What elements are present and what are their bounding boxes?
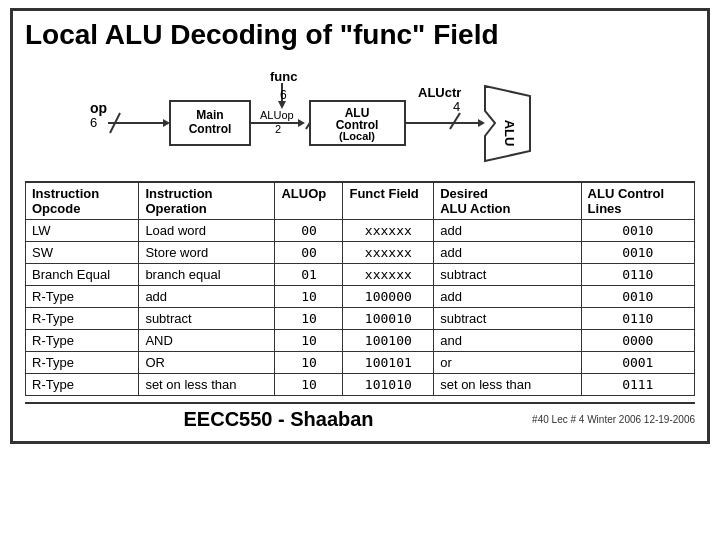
table-cell: 0010 <box>581 220 694 242</box>
data-table: InstructionOpcode InstructionOperation A… <box>25 181 695 396</box>
svg-marker-10 <box>278 101 286 109</box>
table-row: LWLoad word00xxxxxxadd0010 <box>26 220 695 242</box>
svg-text:func: func <box>270 69 297 84</box>
th-control: ALU ControlLines <box>581 182 694 220</box>
table-cell: or <box>434 352 581 374</box>
table-cell: R-Type <box>26 308 139 330</box>
table-cell: xxxxxx <box>343 242 434 264</box>
table-cell: SW <box>26 242 139 264</box>
table-row: R-Typesubtract10100010subtract0110 <box>26 308 695 330</box>
svg-marker-4 <box>163 119 170 127</box>
table-cell: 0010 <box>581 242 694 264</box>
table-cell: 0000 <box>581 330 694 352</box>
table-row: R-Typeadd10100000add0010 <box>26 286 695 308</box>
table-cell: add <box>434 286 581 308</box>
svg-text:op: op <box>90 100 107 116</box>
svg-text:Main: Main <box>196 108 223 122</box>
table-cell: add <box>434 220 581 242</box>
svg-text:6: 6 <box>280 88 287 102</box>
svg-text:Control: Control <box>189 122 232 136</box>
footer-bar: EECC550 - Shaaban #40 Lec # 4 Winter 200… <box>25 402 695 431</box>
table-cell: 100100 <box>343 330 434 352</box>
svg-text:ALUctr: ALUctr <box>418 85 461 100</box>
table-cell: R-Type <box>26 286 139 308</box>
table-cell: xxxxxx <box>343 264 434 286</box>
svg-text:ALUop: ALUop <box>260 109 294 121</box>
table-row: R-TypeOR10100101or0001 <box>26 352 695 374</box>
table-cell: R-Type <box>26 374 139 396</box>
svg-line-25 <box>450 113 460 129</box>
table-cell: 10 <box>275 330 343 352</box>
table-cell: subtract <box>434 308 581 330</box>
table-cell: subtract <box>434 264 581 286</box>
table-cell: LW <box>26 220 139 242</box>
table-row: R-TypeAND10100100and0000 <box>26 330 695 352</box>
diagram-area: op 6 Main Control func 6 ALUop 2 <box>25 61 695 171</box>
table-row: SWStore word00xxxxxxadd0010 <box>26 242 695 264</box>
table-cell: subtract <box>139 308 275 330</box>
footer-info: #40 Lec # 4 Winter 2006 12-19-2006 <box>532 414 695 425</box>
table-cell: 0111 <box>581 374 694 396</box>
table-cell: R-Type <box>26 330 139 352</box>
table-cell: 0010 <box>581 286 694 308</box>
table-row: Branch Equalbranch equal01xxxxxxsubtract… <box>26 264 695 286</box>
th-operation: InstructionOperation <box>139 182 275 220</box>
table-cell: branch equal <box>139 264 275 286</box>
table-cell: 01 <box>275 264 343 286</box>
page-title: Local ALU Decoding of "func" Field <box>25 19 695 51</box>
table-cell: set on less than <box>139 374 275 396</box>
svg-marker-12 <box>298 119 305 127</box>
main-container: Local ALU Decoding of "func" Field op 6 … <box>10 8 710 444</box>
table-cell: add <box>434 242 581 264</box>
th-opcode: InstructionOpcode <box>26 182 139 220</box>
table-cell: 10 <box>275 374 343 396</box>
table-cell: 10 <box>275 352 343 374</box>
svg-marker-24 <box>478 119 485 127</box>
table-cell: and <box>434 330 581 352</box>
table-cell: 100000 <box>343 286 434 308</box>
table-row: R-Typeset on less than10101010set on les… <box>26 374 695 396</box>
table-cell: 100101 <box>343 352 434 374</box>
table-cell: AND <box>139 330 275 352</box>
svg-text:6: 6 <box>90 115 97 130</box>
th-aluop: ALUOp <box>275 182 343 220</box>
table-cell: 0001 <box>581 352 694 374</box>
table-cell: 00 <box>275 220 343 242</box>
diagram-svg: op 6 Main Control func 6 ALUop 2 <box>50 61 670 171</box>
table-cell: 101010 <box>343 374 434 396</box>
table-cell: Store word <box>139 242 275 264</box>
th-desired: DesiredALU Action <box>434 182 581 220</box>
table-cell: 0110 <box>581 308 694 330</box>
table-cell: R-Type <box>26 352 139 374</box>
svg-text:ALU: ALU <box>502 120 517 147</box>
svg-text:2: 2 <box>275 123 281 135</box>
svg-text:(Local): (Local) <box>339 130 375 142</box>
table-cell: 0110 <box>581 264 694 286</box>
table-cell: xxxxxx <box>343 220 434 242</box>
footer-title: EECC550 - Shaaban <box>25 408 532 431</box>
table-cell: 10 <box>275 308 343 330</box>
th-funct: Funct Field <box>343 182 434 220</box>
table-cell: Load word <box>139 220 275 242</box>
table-cell: add <box>139 286 275 308</box>
table-cell: 00 <box>275 242 343 264</box>
table-cell: set on less than <box>434 374 581 396</box>
table-cell: 100010 <box>343 308 434 330</box>
table-cell: Branch Equal <box>26 264 139 286</box>
svg-text:4: 4 <box>453 99 460 114</box>
table-cell: 10 <box>275 286 343 308</box>
table-cell: OR <box>139 352 275 374</box>
